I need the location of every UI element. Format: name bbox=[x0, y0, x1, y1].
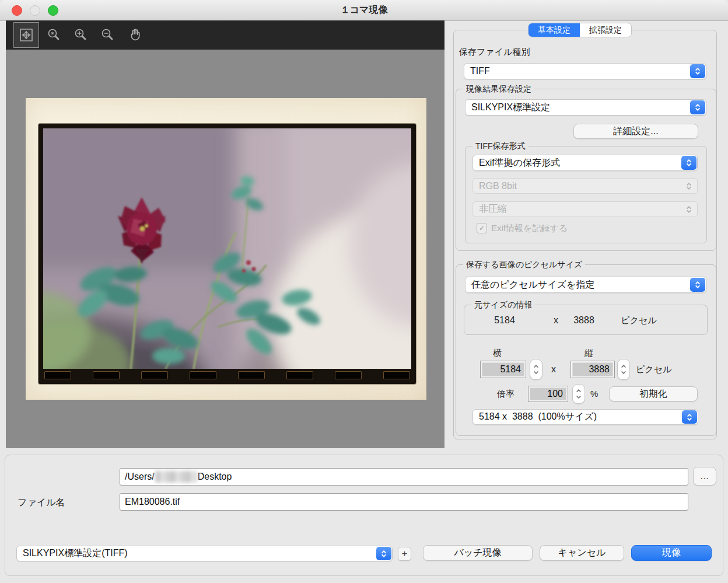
preview-canvas[interactable] bbox=[6, 50, 444, 448]
zoom-in-icon bbox=[72, 27, 89, 43]
preview-toolbar bbox=[6, 20, 444, 50]
rose-photo-image bbox=[43, 128, 411, 369]
color-depth-select: RGB 8bit bbox=[473, 178, 698, 194]
zoom-out-icon bbox=[99, 27, 116, 43]
chevron-up-down-icon bbox=[690, 278, 705, 292]
scale-input[interactable]: 100 bbox=[528, 386, 568, 402]
develop-button[interactable]: 現像 bbox=[631, 545, 712, 561]
tab-extended-settings[interactable]: 拡張設定 bbox=[580, 23, 631, 37]
film-sprocket-holes bbox=[44, 371, 410, 380]
zoom-out-button[interactable] bbox=[94, 22, 120, 48]
dev-preset-select[interactable]: SILKYPIX標準設定 bbox=[465, 99, 706, 116]
scale-stepper[interactable] bbox=[572, 384, 585, 404]
size-separator: x bbox=[551, 364, 556, 375]
original-height-value: 3888 bbox=[564, 315, 604, 326]
cancel-button[interactable]: キャンセル bbox=[540, 545, 624, 561]
add-preset-button[interactable]: + bbox=[398, 547, 411, 561]
tiff-save-format-group-title: TIFF保存形式 bbox=[473, 141, 528, 152]
browse-path-button[interactable]: ... bbox=[693, 467, 716, 486]
scale-label: 倍率 bbox=[497, 389, 514, 400]
percent-label: % bbox=[590, 389, 598, 399]
chevron-up-down-icon bbox=[376, 547, 391, 560]
title-bar: １コマ現像 bbox=[0, 0, 728, 21]
original-size-unit: ピクセル bbox=[617, 315, 660, 326]
save-file-type-label: 保存ファイル種別 bbox=[459, 47, 530, 58]
size-unit-label: ピクセル bbox=[636, 364, 671, 375]
pixel-size-mode-select[interactable]: 任意のピクセルサイズを指定 bbox=[465, 277, 706, 293]
zoom-button[interactable] bbox=[48, 5, 58, 16]
height-stepper[interactable] bbox=[617, 359, 630, 380]
chevron-up-down-icon bbox=[681, 156, 696, 170]
hand-tool-button[interactable] bbox=[123, 22, 148, 48]
loupe-icon bbox=[46, 27, 62, 43]
filename-label: ファイル名 bbox=[18, 497, 65, 509]
dev-result-save-group-title: 現像結果保存設定 bbox=[463, 84, 534, 95]
compression-select: 非圧縮 bbox=[473, 201, 698, 217]
height-input[interactable]: 3888 bbox=[570, 361, 615, 378]
filename-input[interactable]: EM180086.tif bbox=[120, 493, 688, 511]
film-scan-photo bbox=[26, 98, 426, 400]
chevron-up-down-icon bbox=[682, 410, 697, 424]
original-size-group-title: 元サイズの情報 bbox=[471, 300, 535, 310]
chevron-up-down-icon bbox=[690, 64, 705, 78]
width-input[interactable]: 5184 bbox=[480, 361, 526, 378]
height-label: 縦 bbox=[584, 348, 593, 359]
loupe-tool-button[interactable] bbox=[41, 22, 66, 48]
reset-size-button[interactable]: 初期化 bbox=[609, 386, 698, 402]
batch-develop-button[interactable]: バッチ現像 bbox=[423, 545, 533, 561]
tab-basic-settings[interactable]: 基本設定 bbox=[528, 23, 580, 37]
film-frame bbox=[38, 124, 416, 384]
hand-tool-icon bbox=[127, 27, 144, 43]
single-frame-develop-window: { "window": { "title": "１コマ現像" }, "tabs"… bbox=[0, 0, 728, 583]
chevron-up-down-icon bbox=[690, 100, 705, 114]
zoom-in-button[interactable] bbox=[68, 22, 93, 48]
width-stepper[interactable] bbox=[530, 359, 542, 380]
develop-preset-select[interactable]: SILKYPIX標準設定(TIFF) bbox=[16, 546, 393, 561]
size-summary-select[interactable]: 5184 x 3888 (100%サイズ) bbox=[473, 409, 698, 425]
tiff-format-select[interactable]: Exif準拠の保存形式 bbox=[473, 155, 698, 171]
minimize-button[interactable] bbox=[30, 5, 40, 16]
record-exif-checkbox: ✓ bbox=[477, 223, 487, 233]
fit-display-button[interactable] bbox=[13, 22, 39, 48]
window-title: １コマ現像 bbox=[341, 4, 388, 16]
pixel-size-group-title: 保存する画像のピクセルサイズ bbox=[463, 260, 585, 270]
settings-tabs: 基本設定 拡張設定 bbox=[528, 23, 632, 37]
record-exif-label: Exif情報を記録する bbox=[491, 223, 568, 234]
close-button[interactable] bbox=[12, 5, 22, 16]
chevron-up-down-icon bbox=[681, 179, 696, 193]
save-file-type-select[interactable]: TIFF bbox=[464, 63, 706, 79]
save-path-input[interactable]: /Users/Desktop bbox=[120, 468, 688, 486]
detail-settings-button[interactable]: 詳細設定... bbox=[573, 124, 698, 139]
redacted-username bbox=[155, 471, 197, 483]
fit-display-icon bbox=[18, 27, 34, 43]
chevron-up-down-icon bbox=[681, 203, 696, 216]
width-label: 横 bbox=[493, 348, 502, 359]
original-width-value: 5184 bbox=[484, 315, 525, 326]
